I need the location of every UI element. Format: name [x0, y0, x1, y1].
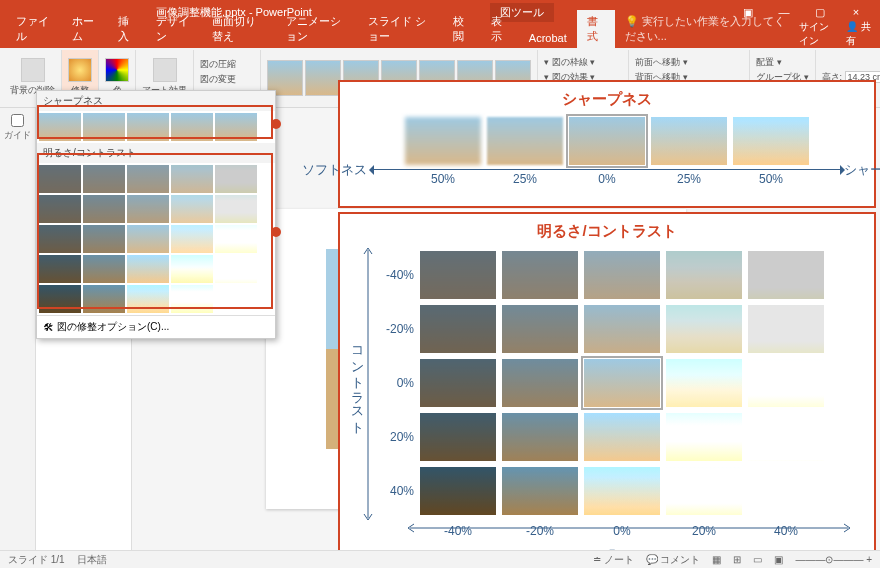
zoom-slider[interactable]: ———⊙——— +: [795, 554, 872, 565]
bc-preset[interactable]: [127, 285, 169, 313]
close-icon[interactable]: ×: [842, 2, 870, 22]
bc-preset[interactable]: [215, 165, 257, 193]
bc-preset[interactable]: [39, 285, 81, 313]
brightness-axis-arrow: [404, 522, 854, 534]
bc-preset[interactable]: [83, 225, 125, 253]
tab-insert[interactable]: 挿入: [108, 10, 146, 48]
tab-transitions[interactable]: 画面切り替え: [202, 10, 276, 48]
bc-preset[interactable]: [215, 225, 257, 253]
bc-sample: [666, 467, 742, 515]
ribbon-tabs: ファイル ホーム 挿入 デザイン 画面切り替え アニメーション スライド ショー…: [0, 24, 880, 48]
tab-view[interactable]: 表示: [481, 10, 519, 48]
sharpness-preset[interactable]: [215, 113, 257, 141]
guide-checkbox[interactable]: [11, 114, 24, 127]
dd-sharpness-header: シャープネス: [37, 91, 275, 111]
bc-sample: [420, 413, 496, 461]
sharpness-preset[interactable]: [127, 113, 169, 141]
bc-row-label: -40%: [374, 268, 414, 282]
share-button[interactable]: 👤 共有: [846, 20, 874, 48]
tab-acrobat[interactable]: Acrobat: [519, 28, 577, 48]
tell-me-box[interactable]: 💡 実行したい作業を入力してください...: [615, 10, 799, 48]
bc-sample: [666, 413, 742, 461]
bc-preset[interactable]: [83, 165, 125, 193]
tab-slideshow[interactable]: スライド ショー: [358, 10, 443, 48]
maximize-icon[interactable]: ▢: [806, 2, 834, 22]
bc-preset[interactable]: [171, 165, 213, 193]
bc-preset[interactable]: [215, 285, 257, 313]
bc-preset[interactable]: [127, 255, 169, 283]
bc-preset[interactable]: [171, 255, 213, 283]
sharpness-value-label: 25%: [651, 172, 727, 186]
bc-preset[interactable]: [171, 225, 213, 253]
tab-format[interactable]: 書式: [577, 10, 615, 48]
bc-sample: [502, 467, 578, 515]
sharpness-panel-title: シャープネス: [340, 82, 874, 113]
sharpness-preset[interactable]: [83, 113, 125, 141]
corrections-icon: [68, 58, 92, 82]
dd-brightness-header: 明るさ/コントラスト: [37, 143, 275, 163]
picture-style-thumb[interactable]: [305, 60, 341, 96]
view-sorter-icon[interactable]: ⊞: [733, 554, 741, 565]
bc-preset[interactable]: [39, 225, 81, 253]
bring-forward-button[interactable]: 前面へ移動 ▾: [635, 56, 688, 69]
view-slideshow-icon[interactable]: ▣: [774, 554, 783, 565]
picture-corrections-options[interactable]: 🛠 図の修整オプション(C)...: [37, 315, 275, 338]
view-reading-icon[interactable]: ▭: [753, 554, 762, 565]
status-bar: スライド 1/1 日本語 ≐ ノート 💬 コメント ▦ ⊞ ▭ ▣ ———⊙——…: [0, 550, 880, 568]
bc-preset[interactable]: [83, 285, 125, 313]
bc-preset[interactable]: [39, 195, 81, 223]
slide-indicator[interactable]: スライド 1/1: [8, 553, 65, 567]
dd-brightness-grid: [37, 163, 275, 315]
sharpness-sample: [733, 117, 809, 165]
bc-sample: [420, 467, 496, 515]
bc-panel-title: 明るさ/コントラスト: [340, 214, 874, 245]
tab-design[interactable]: デザイン: [146, 10, 202, 48]
contrast-axis-arrow: [362, 244, 374, 524]
bc-preset[interactable]: [83, 195, 125, 223]
bc-sample: [666, 251, 742, 299]
bc-preset[interactable]: [215, 195, 257, 223]
options-icon: 🛠: [43, 322, 53, 333]
bc-sample: [502, 305, 578, 353]
notes-button[interactable]: ≐ ノート: [593, 553, 634, 567]
bc-sample: [584, 359, 660, 407]
align-button[interactable]: 配置 ▾: [756, 56, 782, 69]
bc-sample: [420, 305, 496, 353]
bc-preset[interactable]: [39, 165, 81, 193]
sharpness-preset[interactable]: [39, 113, 81, 141]
tab-file[interactable]: ファイル: [6, 10, 62, 48]
compress-pictures-button[interactable]: 図の圧縮: [200, 58, 236, 71]
bc-row-label: 0%: [374, 376, 414, 390]
softness-axis-label: ソフトネス: [302, 161, 367, 179]
bc-preset[interactable]: [127, 165, 169, 193]
sign-in-link[interactable]: サインイン: [799, 20, 839, 48]
bc-preset[interactable]: [171, 195, 213, 223]
picture-border-button[interactable]: ▾ 図の枠線 ▾: [544, 56, 595, 69]
change-picture-button[interactable]: 図の変更: [200, 73, 236, 86]
bc-sample: [666, 305, 742, 353]
language-indicator[interactable]: 日本語: [77, 553, 107, 567]
sharpness-value-label: 50%: [405, 172, 481, 186]
bc-sample: [584, 305, 660, 353]
bc-preset[interactable]: [39, 255, 81, 283]
tab-animations[interactable]: アニメーション: [276, 10, 358, 48]
bc-preset[interactable]: [127, 195, 169, 223]
bc-preset[interactable]: [127, 225, 169, 253]
color-icon: [105, 58, 129, 82]
tab-review[interactable]: 校閲: [443, 10, 481, 48]
dd-sharpness-grid: [37, 111, 275, 143]
tell-me-placeholder: 実行したい作業を入力してください...: [625, 15, 785, 42]
bc-preset[interactable]: [215, 255, 257, 283]
bc-row-label: 40%: [374, 484, 414, 498]
bc-preset[interactable]: [171, 285, 213, 313]
bc-preset[interactable]: [83, 255, 125, 283]
bc-sample: [748, 359, 824, 407]
bc-sample: [502, 413, 578, 461]
comments-button[interactable]: 💬 コメント: [646, 553, 701, 567]
bc-sample: [420, 251, 496, 299]
view-normal-icon[interactable]: ▦: [712, 554, 721, 565]
tab-home[interactable]: ホーム: [62, 10, 109, 48]
bc-sample: [584, 413, 660, 461]
bc-sample: [502, 359, 578, 407]
sharpness-preset[interactable]: [171, 113, 213, 141]
